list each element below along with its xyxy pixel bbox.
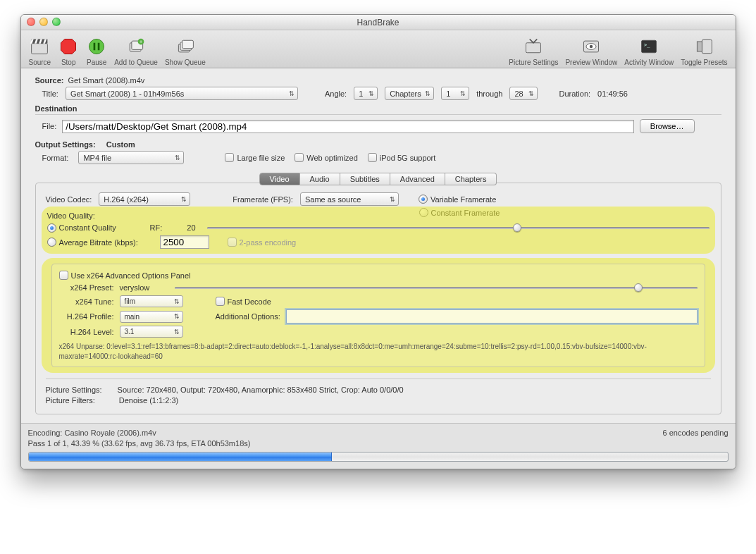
range-type-select[interactable]: Chapters [385, 87, 434, 100]
abr-label: Average Bitrate (kbps): [59, 238, 138, 247]
rf-slider[interactable] [207, 222, 709, 233]
title-select-value: Get Smart (2008) 1 - 01h49m56s [70, 90, 184, 98]
destination-input[interactable] [62, 120, 634, 133]
tab-audio[interactable]: Audio [300, 173, 340, 185]
angle-label: Angle: [325, 90, 347, 98]
status-bar: Encoding: Casino Royale (2006).m4v 6 enc… [21, 423, 736, 469]
toolbar-label: Activity Window [624, 59, 674, 66]
angle-select[interactable]: 1 [354, 87, 378, 100]
video-codec-label: Video Codec: [46, 195, 92, 204]
svg-marker-6 [61, 39, 76, 54]
constant-quality-radio[interactable]: Constant Quality [47, 223, 139, 233]
bitrate-input[interactable] [160, 235, 209, 249]
fast-decode-checkbox[interactable]: Fast Decode [216, 297, 271, 306]
picture-settings-button[interactable]: Picture Settings [508, 36, 559, 66]
checkbox-icon [368, 153, 377, 162]
svg-rect-24 [698, 42, 702, 51]
pause-button[interactable]: Pause [85, 36, 108, 66]
fast-decode-label: Fast Decode [228, 297, 271, 306]
source-value: Get Smart (2008).m4v [68, 76, 144, 85]
rf-value: 20 [187, 223, 195, 232]
two-pass-checkbox: 2-pass encoding [228, 238, 297, 247]
duration-label: Duration: [559, 90, 590, 98]
checkbox-icon [295, 153, 304, 162]
zoom-icon[interactable] [52, 18, 61, 26]
window-title: HandBrake [357, 18, 399, 27]
tab-label: Advanced [400, 175, 435, 183]
video-codec-select[interactable]: H.264 (x264) [99, 192, 190, 206]
rf-label: RF: [150, 223, 163, 232]
show-queue-button[interactable]: Show Queue [164, 36, 206, 66]
pending-count: 6 encodes pending [663, 429, 729, 437]
radio-icon [47, 238, 56, 247]
framerate-select[interactable]: Same as source [300, 192, 399, 206]
svg-rect-23 [702, 39, 712, 53]
ipod-checkbox[interactable]: iPod 5G support [368, 153, 436, 162]
additional-options-input[interactable] [286, 309, 698, 324]
h264-profile-select[interactable]: main [120, 311, 183, 323]
svg-point-7 [89, 39, 104, 54]
through-label: through [476, 90, 502, 98]
svg-rect-0 [32, 44, 48, 54]
source-label: Source: [35, 76, 64, 85]
large-file-label: Large file size [237, 154, 285, 162]
tab-video[interactable]: Video [259, 173, 300, 185]
web-optimized-checkbox[interactable]: Web optimized [295, 153, 358, 162]
tab-label: Chapters [455, 175, 487, 183]
vfr-label: Variable Framerate [430, 195, 496, 204]
close-icon[interactable] [27, 18, 35, 26]
activity-window-button[interactable]: >_ Activity Window [624, 36, 674, 66]
tab-bar: Video Audio Subtitles Advanced Chapters [35, 173, 721, 185]
checkbox-icon [216, 297, 225, 306]
angle-value: 1 [359, 90, 363, 98]
h264-level-value: 3.1 [125, 328, 135, 336]
use-x264-panel-checkbox[interactable]: Use x264 Advanced Options Panel [59, 271, 191, 280]
toolbar-label: Toggle Presets [681, 59, 727, 66]
tab-advanced[interactable]: Advanced [390, 173, 445, 185]
add-to-queue-button[interactable]: + Add to Queue [113, 36, 159, 66]
x264-tune-select[interactable]: film [120, 295, 183, 307]
cq-label: Constant Quality [59, 223, 116, 232]
browse-label: Browse… [650, 122, 684, 130]
video-codec-value: H.264 (x264) [104, 195, 149, 204]
title-select[interactable]: Get Smart (2008) 1 - 01h49m56s [66, 87, 298, 100]
checkbox-icon [59, 271, 68, 280]
chapter-start-value: 1 [446, 90, 450, 98]
add-queue-icon: + [125, 36, 147, 57]
chapter-end-select[interactable]: 28 [509, 87, 538, 100]
framerate-value: Same as source [305, 195, 361, 204]
source-button[interactable]: Source [28, 36, 52, 66]
chapter-start-select[interactable]: 1 [441, 87, 469, 100]
minimize-icon[interactable] [39, 18, 48, 26]
tab-subtitles[interactable]: Subtitles [340, 173, 390, 185]
h264-profile-value: main [125, 313, 140, 321]
x264-preset-slider[interactable] [175, 282, 698, 293]
svg-text:+: + [140, 39, 142, 44]
drawer-icon [693, 36, 714, 57]
pause-icon [86, 36, 107, 57]
average-bitrate-radio[interactable]: Average Bitrate (kbps): [47, 238, 153, 247]
h264-level-select[interactable]: 3.1 [120, 326, 183, 338]
large-file-checkbox[interactable]: Large file size [225, 153, 285, 162]
range-type-value: Chapters [390, 90, 421, 98]
video-panel: Video Codec: H.264 (x264) Framerate (FPS… [35, 183, 721, 414]
chapter-end-value: 28 [514, 90, 523, 98]
x264-tune-value: film [125, 297, 136, 305]
toolbar-label: Stop [61, 59, 76, 66]
format-select[interactable]: MP4 file [78, 151, 184, 164]
toolbar-label: Source [29, 59, 51, 66]
browse-button[interactable]: Browse… [640, 119, 695, 133]
stop-button[interactable]: Stop [57, 36, 80, 66]
x264-preset-value: veryslow [120, 283, 169, 292]
toggle-presets-button[interactable]: Toggle Presets [680, 36, 728, 66]
variable-framerate-radio[interactable]: Variable Framerate [419, 195, 496, 204]
x264-tune-label: x264 Tune: [59, 297, 114, 306]
toolbar-label: Show Queue [165, 59, 206, 66]
checkbox-icon [225, 153, 234, 162]
title-bar[interactable]: HandBrake [21, 15, 736, 30]
svg-text:>_: >_ [644, 42, 650, 48]
toolbar-label: Preview Window [565, 59, 617, 66]
preview-window-button[interactable]: Preview Window [564, 36, 618, 66]
format-label: Format: [42, 154, 69, 162]
tab-chapters[interactable]: Chapters [445, 173, 497, 185]
